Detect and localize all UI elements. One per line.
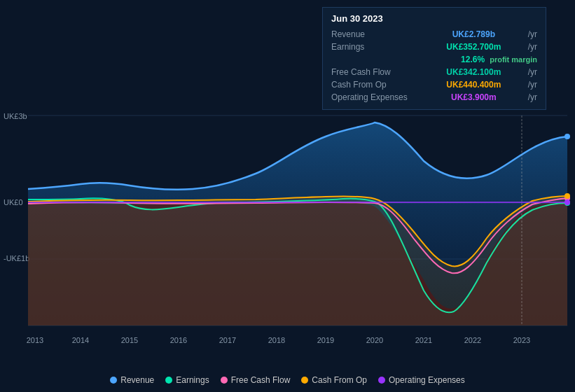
- tooltip-row-revenue: Revenue UK£2.789b /yr: [331, 28, 537, 41]
- svg-text:2014: 2014: [72, 336, 89, 344]
- tooltip-label-earnings: Earnings: [331, 42, 415, 52]
- tooltip-value-cashop: UK£440.400m: [446, 80, 501, 90]
- tooltip-unit-revenue: /yr: [528, 29, 537, 39]
- legend-item-opex[interactable]: Operating Expenses: [378, 375, 465, 385]
- tooltip-label-cashop: Cash From Op: [331, 80, 415, 90]
- tooltip-value-fcf: UK£342.100m: [446, 67, 501, 77]
- tooltip-unit-fcf: /yr: [528, 67, 537, 77]
- svg-text:-UK£1b: -UK£1b: [4, 254, 29, 262]
- tooltip-row-fcf: Free Cash Flow UK£342.100m /yr: [331, 66, 537, 78]
- tooltip-unit-earnings: /yr: [528, 42, 537, 52]
- legend-dot-opex: [378, 377, 385, 384]
- svg-text:2013: 2013: [27, 336, 43, 344]
- svg-point-23: [564, 193, 570, 199]
- legend-item-fcf[interactable]: Free Cash Flow: [221, 375, 291, 385]
- legend-item-cashop[interactable]: Cash From Op: [301, 375, 367, 385]
- tooltip-label-opex: Operating Expenses: [331, 92, 415, 102]
- legend-label-fcf: Free Cash Flow: [231, 375, 291, 385]
- legend-label-revenue: Revenue: [120, 375, 154, 385]
- tooltip-value-margin: 12.6% profit margin: [461, 55, 537, 64]
- legend-dot-fcf: [221, 377, 228, 384]
- svg-text:2018: 2018: [268, 336, 285, 344]
- tooltip: Jun 30 2023 Revenue UK£2.789b /yr Earnin…: [322, 7, 546, 110]
- svg-point-20: [564, 134, 570, 139]
- svg-text:2021: 2021: [415, 336, 432, 344]
- tooltip-row-earnings: Earnings UK£352.700m /yr: [331, 41, 537, 53]
- svg-text:2015: 2015: [121, 336, 138, 344]
- svg-text:UK£3b: UK£3b: [4, 112, 27, 120]
- legend-dot-revenue: [110, 377, 117, 384]
- tooltip-row-margin: 12.6% profit margin: [331, 53, 537, 66]
- tooltip-title: Jun 30 2023: [331, 13, 537, 24]
- svg-text:2020: 2020: [366, 336, 383, 344]
- svg-text:2017: 2017: [219, 336, 236, 344]
- tooltip-value-revenue: UK£2.789b: [452, 29, 495, 39]
- svg-text:2016: 2016: [170, 336, 187, 344]
- tooltip-value-opex: UK£3.900m: [451, 92, 497, 102]
- legend-label-earnings: Earnings: [176, 375, 209, 385]
- tooltip-row-cashop: Cash From Op UK£440.400m /yr: [331, 78, 537, 91]
- tooltip-label-revenue: Revenue: [331, 29, 415, 39]
- tooltip-unit-opex: /yr: [528, 92, 537, 102]
- legend-dot-cashop: [301, 377, 308, 384]
- legend: Revenue Earnings Free Cash Flow Cash Fro…: [0, 375, 575, 385]
- legend-label-opex: Operating Expenses: [389, 375, 465, 385]
- tooltip-row-opex: Operating Expenses UK£3.900m /yr: [331, 91, 537, 104]
- chart-container: Jun 30 2023 Revenue UK£2.789b /yr Earnin…: [0, 0, 575, 392]
- legend-label-cashop: Cash From Op: [312, 375, 367, 385]
- legend-dot-earnings: [165, 377, 172, 384]
- tooltip-value-earnings: UK£352.700m: [446, 42, 501, 52]
- svg-text:2019: 2019: [317, 336, 334, 344]
- legend-item-revenue[interactable]: Revenue: [110, 375, 154, 385]
- svg-text:UK£0: UK£0: [4, 198, 23, 206]
- legend-item-earnings[interactable]: Earnings: [165, 375, 209, 385]
- svg-text:2023: 2023: [513, 336, 530, 344]
- profit-note: profit margin: [487, 55, 537, 64]
- tooltip-unit-cashop: /yr: [528, 80, 537, 90]
- svg-text:2022: 2022: [464, 336, 481, 344]
- tooltip-label-fcf: Free Cash Flow: [331, 67, 415, 77]
- svg-point-24: [564, 200, 570, 205]
